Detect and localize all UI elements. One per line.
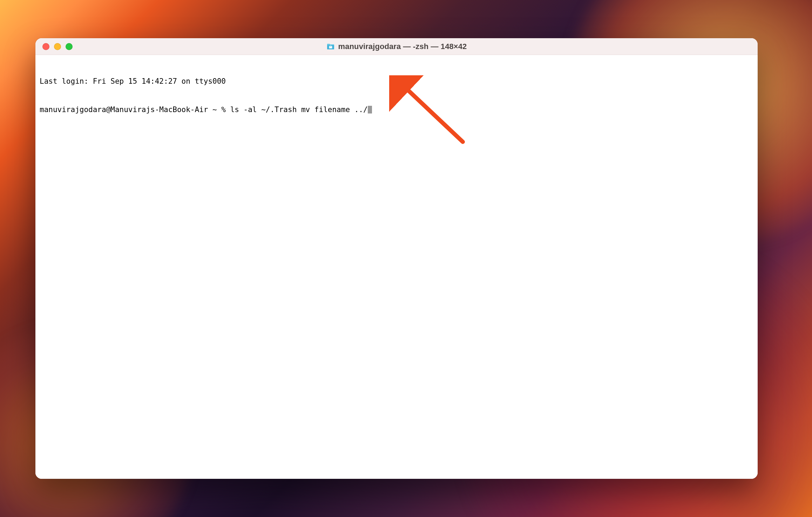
terminal-prompt: manuvirajgodara@Manuvirajs-MacBook-Air ~… <box>40 105 230 114</box>
svg-rect-0 <box>329 46 332 48</box>
window-minimize-button[interactable] <box>54 43 61 50</box>
terminal-prompt-line: manuvirajgodara@Manuvirajs-MacBook-Air ~… <box>40 105 753 115</box>
terminal-cursor <box>368 106 372 113</box>
window-title: manuvirajgodara — -zsh — 148×42 <box>338 42 467 51</box>
home-folder-icon <box>326 43 335 50</box>
traffic-lights <box>35 43 73 50</box>
window-maximize-button[interactable] <box>66 43 73 50</box>
terminal-viewport[interactable]: Last login: Fri Sep 15 14:42:27 on ttys0… <box>35 55 758 479</box>
window-titlebar[interactable]: manuvirajgodara — -zsh — 148×42 <box>35 38 758 55</box>
terminal-window: manuvirajgodara — -zsh — 148×42 Last log… <box>35 38 758 479</box>
window-close-button[interactable] <box>42 43 49 50</box>
window-title-group: manuvirajgodara — -zsh — 148×42 <box>35 42 758 51</box>
terminal-command-text: ls -al ~/.Trash mv filename ../ <box>230 105 368 114</box>
terminal-last-login-line: Last login: Fri Sep 15 14:42:27 on ttys0… <box>40 77 753 86</box>
